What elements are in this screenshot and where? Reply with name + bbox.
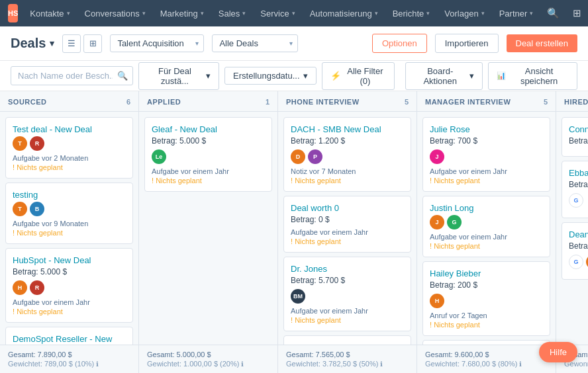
chevron-down-icon: ▾ xyxy=(481,10,485,17)
column-hired: HIRED Connor DevlinBetrag: 1 $Ebba Johns… xyxy=(556,91,588,373)
column-header: HIRED xyxy=(556,91,588,112)
deal-avatars: BM xyxy=(291,289,404,304)
footer-total: Gesamt: 7.890,00 $ xyxy=(8,351,130,358)
deal-planned: Nichts geplant xyxy=(430,177,543,185)
deal-card[interactable]: Test deal - New DealTRAufgabe vor 2 Mona… xyxy=(5,117,133,179)
avatar: T xyxy=(13,202,27,216)
chevron-down-icon: ▾ xyxy=(242,10,246,17)
cards-area: Gleaf - New DealBetrag: 5.000 $LeAufgabe… xyxy=(139,112,277,345)
nav-vorlagen[interactable]: Vorlagen ▾ xyxy=(438,0,491,26)
deal-task: Notiz vor 7 Monaten xyxy=(291,167,404,175)
deal-card[interactable]: Mark HochmanBetrag: 500 $LMGAufgabe vor … xyxy=(283,335,411,345)
help-button[interactable]: Hilfe xyxy=(539,342,577,362)
nav-berichte[interactable]: Berichte ▾ xyxy=(386,0,437,26)
column-count: 6 xyxy=(126,98,130,106)
column-header: APPLIED 1 xyxy=(139,91,277,112)
deal-card[interactable]: Deal worth 0Betrag: 0 $Aufgabe vor einem… xyxy=(283,196,411,253)
avatar: R xyxy=(30,280,44,295)
deal-avatars: G xyxy=(569,193,588,208)
column-header: PHONE INTERVIEW 5 xyxy=(278,91,416,112)
deal-task: Aufgabe vor einem Jahr xyxy=(13,298,126,306)
nav-kontakte[interactable]: Kontakte ▾ xyxy=(23,0,76,26)
column-footer: Gesamt: 5.000,00 $ Gewichtet: 1.000,00 $… xyxy=(139,345,277,373)
view-toggle: ☰ ⊞ xyxy=(62,34,102,53)
deal-card[interactable]: DACH - SMB New DealBetrag: 1.200 $DPNoti… xyxy=(283,117,411,192)
deal-card[interactable]: DemoSpot Reseller - New DealBetrag: 700 … xyxy=(5,327,133,345)
deal-erstellen-button[interactable]: Deal erstellen xyxy=(507,34,578,52)
importieren-button[interactable]: Importieren xyxy=(435,34,499,53)
nav-marketing[interactable]: Marketing ▾ xyxy=(154,0,211,26)
deal-task: Aufgabe vor einem Jahr xyxy=(430,167,543,175)
nav-service[interactable]: Service ▾ xyxy=(254,0,301,26)
pipeline-select-wrapper: Talent Acquisition ▾ xyxy=(110,34,204,52)
deal-amount: Betrag: 1.200 $ xyxy=(291,136,404,145)
optionen-button[interactable]: Optionen xyxy=(372,34,427,53)
nav-sales[interactable]: Sales ▾ xyxy=(212,0,253,26)
deal-card[interactable]: Dr. JonesBetrag: 5.700 $BMAufgabe vor ei… xyxy=(283,257,411,331)
deal-name: Gleaf - New Deal xyxy=(152,124,265,134)
nav-conversations[interactable]: Conversations ▾ xyxy=(78,0,152,26)
view-select[interactable]: Alle Deals xyxy=(212,34,298,52)
deal-task: Aufgabe vor einem Jahr xyxy=(291,228,404,236)
deal-card[interactable]: Connor DevlinBetrag: 1 $ xyxy=(562,117,588,157)
deal-task: Aufgabe vor einem Jahr xyxy=(152,167,265,175)
deal-card[interactable]: testingTBAufgabe vor 9 MonatenNichts gep… xyxy=(5,183,133,244)
avatar: P xyxy=(308,149,322,164)
footer-total: Gesamt: 7.565,00 $ xyxy=(286,351,409,358)
alle-filter-button[interactable]: ⚡ Alle Filter (0) xyxy=(322,62,395,90)
column-manager-interview: MANAGER INTERVIEW 5 Julie RoseBetrag: 70… xyxy=(417,91,556,373)
search-input[interactable] xyxy=(11,66,133,85)
avatar: R xyxy=(30,136,44,151)
nav-partner[interactable]: Partner ▾ xyxy=(493,0,540,26)
deal-card[interactable]: Dean AbbottBetrag: 6.290 $G4 xyxy=(562,222,588,280)
chevron-down-icon: ▾ xyxy=(142,10,146,17)
deal-card[interactable]: Suffolk - New DealBetrag: 7.700 $SRNotiz… xyxy=(422,340,550,345)
deal-task: Aufgabe vor einem Jahr xyxy=(291,307,404,315)
deal-card[interactable]: HubSpot - New DealBetrag: 5.000 $HRAufga… xyxy=(5,248,133,323)
footer-weighted: Gewichtet: 3.782,50 $ (50%) ℹ xyxy=(286,360,409,368)
column-count: 1 xyxy=(266,98,270,106)
list-view-button[interactable]: ☰ xyxy=(62,34,81,53)
page-toolbar: Deals ▾ ☰ ⊞ Talent Acquisition ▾ Alle De… xyxy=(0,26,588,61)
board-actions-button[interactable]: Board-Aktionen ▾ xyxy=(405,62,483,90)
deal-avatars: TB xyxy=(13,202,126,216)
chevron-down-icon: ▾ xyxy=(206,71,211,81)
deal-amount: Betrag: 5.000 $ xyxy=(13,267,126,276)
apps-icon-btn[interactable]: ⊞ xyxy=(566,3,587,24)
deal-amount: Betrag: 6.290 $ xyxy=(569,241,588,251)
column-footer: Gesamt: 7.890,00 $ Gewichtet: 789,00 $ (… xyxy=(0,345,138,373)
deal-card[interactable]: Justin LongJGAufgabe vor einem JahrNicht… xyxy=(422,196,550,257)
page-title: Deals ▾ xyxy=(11,36,54,51)
deal-card[interactable]: Ebba Johns - Ne...Betrag: 1.770 $G xyxy=(562,161,588,218)
deal-amount: Betrag: 1 $ xyxy=(569,136,588,145)
deal-avatars: Le xyxy=(152,149,265,164)
deal-planned: Nichts geplant xyxy=(13,229,126,237)
deal-avatars: H xyxy=(430,294,543,308)
filter-erstellungsdatum-button[interactable]: Erstellungsdatu... ▾ xyxy=(224,67,316,85)
nav-automatisierung[interactable]: Automatisierung ▾ xyxy=(303,0,385,26)
avatar: BM xyxy=(291,289,305,304)
chevron-down-icon: ▾ xyxy=(292,10,295,17)
board-view-button[interactable]: ⊞ xyxy=(83,34,102,53)
deal-avatars: HR xyxy=(13,280,126,295)
column-footer: Gesamt: 9.600,00 $ Gewichtet: 7.680,00 $… xyxy=(417,345,556,373)
save-view-button[interactable]: 📊 Ansicht speichern xyxy=(488,62,577,90)
hubspot-logo[interactable]: HS xyxy=(8,4,18,22)
chevron-down-icon: ▾ xyxy=(303,71,308,81)
deal-planned: Nichts geplant xyxy=(430,242,543,250)
filter-zustaendig-button[interactable]: Für Deal zustä... ▾ xyxy=(138,62,219,90)
deal-amount: Betrag: 5.700 $ xyxy=(291,276,404,285)
deal-card[interactable]: Gleaf - New DealBetrag: 5.000 $LeAufgabe… xyxy=(144,117,272,192)
avatar: H xyxy=(13,280,27,295)
pipeline-select[interactable]: Talent Acquisition xyxy=(110,34,204,52)
deal-planned: Nichts geplant xyxy=(13,308,126,315)
avatar: T xyxy=(13,136,27,151)
avatar: Le xyxy=(152,149,166,164)
deal-card[interactable]: Julie RoseBetrag: 700 $JAufgabe vor eine… xyxy=(422,117,550,192)
deal-name: DACH - SMB New Deal xyxy=(291,124,404,134)
filter-bar: 🔍 Für Deal zustä... ▾ Erstellungsdatu...… xyxy=(0,61,588,91)
deal-name: Dr. Jones xyxy=(291,264,404,274)
avatar: G xyxy=(447,215,462,229)
search-icon-btn[interactable]: 🔍 xyxy=(542,3,564,24)
deal-card[interactable]: Hailey BieberBetrag: 200 $HAnruf vor 2 T… xyxy=(422,261,550,336)
